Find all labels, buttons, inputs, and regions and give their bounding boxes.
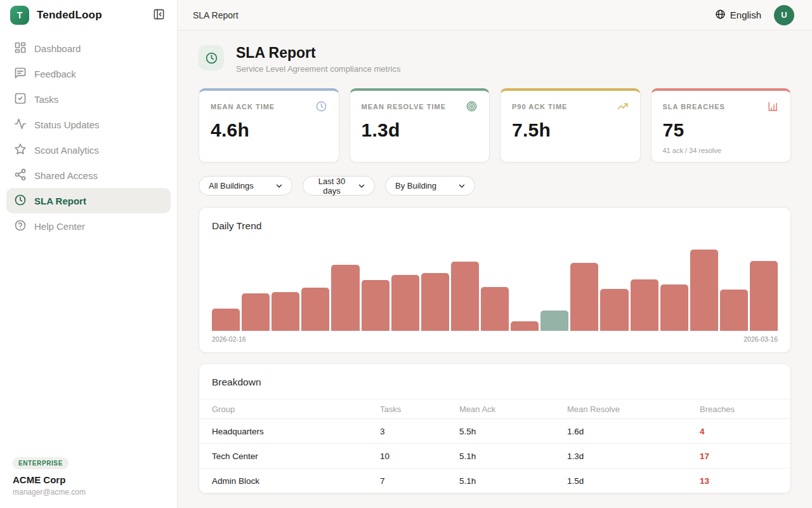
trend-bar [540,311,568,331]
plan-badge: ENTERPRISE [13,457,69,469]
clock-icon [14,194,27,208]
cell-mean-resolve: 1.3d [567,451,700,461]
topbar: SLA Report English U [178,0,812,30]
filters-row: All Buildings Last 30 days By Building [199,176,791,196]
column-header-tasks: Tasks [380,404,459,414]
breadcrumb: SLA Report [193,10,715,20]
page-clock-icon [199,45,224,70]
trend-bar [720,290,748,331]
star-icon [14,143,27,157]
cell-group: Admin Block [212,476,380,486]
cell-group: Tech Center [212,451,380,461]
group-by-filter-value: By Building [395,181,436,190]
sidebar-item-shared-access[interactable]: Shared Access [6,163,171,188]
panel-collapse-icon [153,8,165,22]
building-filter-select[interactable]: All Buildings [199,176,292,196]
axis-end-date: 2026-03-16 [743,335,778,343]
trend-bar [212,309,240,331]
column-header-mean-resolve: Mean Resolve [567,404,700,414]
sidebar-item-label: Tasks [34,94,58,105]
sidebar-item-feedback[interactable]: Feedback [6,61,171,86]
org-email: manager@acme.com [13,488,86,497]
sidebar-header: T TendedLoop [0,0,177,30]
trend-bar [331,265,359,331]
column-header-mean-ack: Mean Ack [459,404,567,414]
sidebar-nav: Dashboard Feedback Tasks Status Updates … [0,30,177,244]
table-row: Tech Center 10 5.1h 1.3d 17 [199,444,790,469]
user-avatar[interactable]: U [774,5,794,25]
language-selector[interactable]: English [715,9,761,22]
app-title: TendedLoop [37,9,143,22]
stat-sublabel: 41 ack / 34 resolve [663,147,780,154]
help-icon [14,219,27,234]
sidebar-collapse-button[interactable] [150,7,167,23]
trend-bar [481,287,509,331]
axis-start-date: 2026-02-16 [212,335,246,343]
stat-cards: MEAN ACK TIME 4.6h MEAN RESOLVE TIME 1.3… [199,88,791,163]
stat-value: 1.3d [362,119,478,141]
page-header: SLA Report Service Level Agreement compl… [199,45,791,74]
table-row: Headquarters 3 5.5h 1.6d 4 [199,419,790,444]
cell-tasks: 7 [380,476,459,486]
clock-icon [315,100,327,112]
chevron-down-icon [275,182,284,190]
table-row: Admin Block 7 5.1h 1.5d 13 [199,469,790,493]
sidebar-item-label: Shared Access [34,170,98,181]
trend-bar [600,289,628,331]
activity-icon [14,117,27,132]
tasks-icon [14,92,27,107]
table-header-row: Group Tasks Mean Ack Mean Resolve Breach… [199,399,790,419]
chevron-down-icon [457,182,466,190]
cell-group: Headquarters [212,427,380,436]
chevron-down-icon [357,182,366,190]
column-header-group: Group [212,404,380,414]
stat-label: MEAN RESOLVE TIME [362,103,447,110]
group-by-filter-select[interactable]: By Building [385,176,475,196]
language-label: English [730,10,761,20]
trend-bar [242,293,270,331]
trend-bar [391,275,419,331]
target-icon [466,100,478,112]
cell-mean-ack: 5.5h [459,427,567,436]
app-logo: T [10,6,29,25]
org-name: ACME Corp [13,474,86,485]
sidebar-item-scout-analytics[interactable]: Scout Analytics [6,137,171,163]
stat-value: 75 [663,119,780,141]
cell-mean-resolve: 1.6d [567,427,700,436]
date-range-filter-select[interactable]: Last 30 days [303,176,375,196]
page-subtitle: Service Level Agreement compliance metri… [236,64,400,74]
sidebar-footer: ENTERPRISE ACME Corp manager@acme.com [13,457,86,497]
stat-card-mean-resolve-time: MEAN RESOLVE TIME 1.3d [350,88,490,163]
cell-mean-resolve: 1.5d [567,476,700,486]
sidebar-item-tasks[interactable]: Tasks [6,86,171,112]
date-range-filter-value: Last 30 days [313,177,351,196]
sidebar-item-sla-report[interactable]: SLA Report [6,188,171,213]
page-content: SLA Report Service Level Agreement compl… [178,30,812,508]
sidebar-item-label: Feedback [34,69,76,79]
column-header-breaches: Breaches [700,404,778,414]
stat-card-mean-ack-time: MEAN ACK TIME 4.6h [199,88,339,163]
trend-bar [570,263,598,331]
sidebar-item-dashboard[interactable]: Dashboard [6,36,171,61]
cell-mean-ack: 5.1h [459,451,567,461]
stat-value: 4.6h [211,119,327,141]
trend-bar [750,261,778,331]
trend-bar [690,250,718,331]
bar-chart-icon [767,100,779,112]
stat-value: 7.5h [512,119,629,141]
main-area: SLA Report English U SLA Report Service … [178,0,812,508]
trend-bar [301,288,329,331]
stat-card-sla-breaches: SLA BREACHES 75 41 ack / 34 resolve [651,88,792,163]
chart-axis-labels: 2026-02-16 2026-03-16 [212,335,778,343]
trend-bar [272,292,299,331]
building-filter-value: All Buildings [209,181,254,190]
sidebar-item-help-center[interactable]: Help Center [6,213,171,239]
avatar-letter: U [781,10,787,20]
dashboard-icon [14,41,27,56]
cell-breaches: 4 [700,427,778,436]
sidebar-item-status-updates[interactable]: Status Updates [6,112,171,137]
cell-tasks: 3 [380,427,459,436]
page-title: SLA Report [236,45,400,61]
cell-mean-ack: 5.1h [459,476,567,486]
trend-bar [451,262,479,331]
